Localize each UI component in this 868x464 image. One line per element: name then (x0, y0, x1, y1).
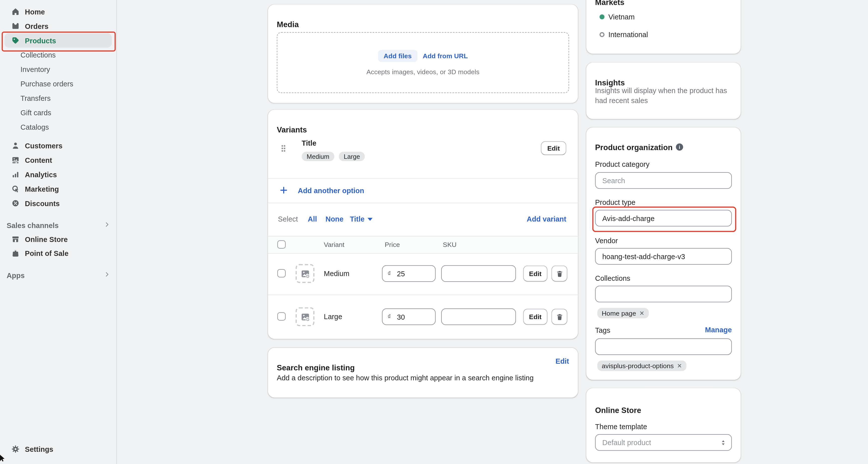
edit-variant-button[interactable]: Edit (523, 309, 548, 325)
add-variant-link[interactable]: Add variant (527, 215, 566, 223)
option-name: Title (302, 139, 316, 147)
option-value-chip: Large (339, 152, 365, 161)
drag-handle-icon[interactable] (281, 144, 286, 155)
sidebar-item-inventory[interactable]: Inventory (4, 62, 112, 76)
inactive-market-ring-icon (599, 32, 604, 37)
remove-chip-icon[interactable] (639, 311, 644, 316)
variant-table-header: Variant Price SKU (268, 236, 578, 254)
sidebar-item-customers[interactable]: Customers (4, 138, 112, 153)
mouse-cursor (0, 454, 5, 464)
sidebar-item-analytics[interactable]: Analytics (4, 167, 112, 182)
price-field: ₫ (382, 308, 436, 325)
manage-tags-link[interactable]: Manage (705, 326, 732, 334)
insights-body: Insights will display when the product h… (595, 86, 733, 106)
edit-option-button[interactable]: Edit (541, 141, 566, 155)
trash-icon (555, 270, 563, 277)
sidebar-item-orders[interactable]: Orders (4, 19, 112, 33)
info-icon[interactable]: i (676, 144, 683, 151)
product-category-input[interactable] (595, 172, 732, 189)
product-type-input[interactable] (595, 210, 732, 226)
add-image-placeholder[interactable] (296, 307, 315, 326)
product-type-label: Product type (595, 198, 635, 207)
active-market-dot-icon (599, 14, 604, 20)
product-detail-page: Home Orders Products Collections Invento… (0, 0, 868, 464)
analytics-icon (11, 170, 20, 179)
row-checkbox[interactable] (277, 269, 285, 277)
select-row: Select All None Title Add variant (268, 215, 578, 225)
seo-edit-link[interactable]: Edit (555, 357, 569, 365)
option-values: Medium Large (302, 152, 365, 161)
sidebar-item-marketing[interactable]: Marketing (4, 182, 112, 196)
edit-variant-button[interactable]: Edit (523, 266, 548, 282)
customers-icon (11, 141, 20, 150)
marketing-icon (11, 184, 20, 193)
trash-icon (555, 313, 563, 320)
collection-chip: Home page (597, 308, 649, 318)
media-dropzone[interactable]: Add files Add from URL Accepts images, v… (277, 32, 569, 93)
markets-card: Markets Vietnam International (586, 0, 741, 54)
select-all-link[interactable]: All (308, 215, 317, 223)
discounts-icon (11, 199, 20, 208)
sidebar: Home Orders Products Collections Invento… (0, 0, 117, 464)
add-files-button[interactable]: Add files (378, 50, 417, 62)
sidebar-item-home[interactable]: Home (4, 4, 112, 19)
sidebar-item-transfers[interactable]: Transfers (4, 91, 112, 105)
sidebar-item-discounts[interactable]: Discounts (4, 196, 112, 210)
sidebar-item-point-of-sale[interactable]: Point of Sale (4, 246, 112, 260)
sales-channels-header[interactable]: Sales channels (7, 218, 111, 233)
variants-title: Variants (277, 124, 307, 135)
sidebar-item-label: Orders (25, 22, 49, 30)
column-header-price: Price (385, 241, 400, 249)
product-organization-card: Product organization i Product category … (586, 127, 741, 380)
sidebar-item-online-store[interactable]: Online Store (4, 232, 112, 246)
column-header-sku: SKU (443, 241, 457, 249)
orders-icon (11, 22, 20, 31)
seo-body: Add a description to see how this produc… (277, 373, 569, 383)
divider (268, 178, 578, 179)
chevron-right-icon (103, 221, 111, 230)
sidebar-item-gift-cards[interactable]: Gift cards (4, 105, 112, 120)
sku-input[interactable] (441, 308, 516, 325)
sidebar-item-label: Products (25, 36, 56, 44)
tags-input[interactable] (595, 338, 732, 355)
sku-input[interactable] (441, 265, 516, 282)
sidebar-item-settings[interactable]: Settings (4, 442, 112, 456)
option-value-chip: Medium (302, 152, 334, 161)
vendor-label: Vendor (595, 237, 618, 245)
search-engine-listing-card: Search engine listing Edit Add a descrip… (268, 348, 578, 398)
image-add-icon (300, 311, 310, 322)
collections-input[interactable] (595, 286, 732, 303)
sidebar-item-products[interactable]: Products (4, 33, 112, 48)
row-checkbox[interactable] (277, 312, 285, 320)
select-updown-icon (721, 439, 726, 446)
insights-card: Insights Insights will display when the … (586, 62, 741, 119)
variant-name: Large (324, 313, 342, 321)
online-store-title: Online Store (595, 404, 641, 415)
market-item: International (599, 30, 648, 39)
variants-card: Variants Title Medium Large Edit Add ano… (268, 110, 578, 339)
chevron-right-icon (103, 271, 111, 280)
currency-symbol: ₫ (388, 270, 391, 277)
add-another-option-link[interactable]: Add another option (298, 187, 364, 195)
market-item: Vietnam (599, 13, 634, 21)
sidebar-item-content[interactable]: Content (4, 153, 112, 167)
product-category-label: Product category (595, 160, 650, 169)
storefront-icon (11, 235, 20, 244)
add-image-placeholder[interactable] (296, 264, 315, 283)
delete-variant-button[interactable] (552, 309, 568, 325)
sidebar-item-collections[interactable]: Collections (4, 48, 112, 62)
add-from-url-link[interactable]: Add from URL (423, 52, 468, 60)
theme-template-select[interactable]: Default product (595, 434, 732, 451)
select-none-link[interactable]: None (326, 215, 343, 223)
remove-chip-icon[interactable] (677, 363, 682, 368)
select-title-dropdown[interactable]: Title (350, 215, 372, 223)
online-store-card: Online Store Theme template Default prod… (586, 388, 741, 462)
sidebar-item-catalogs[interactable]: Catalogs (4, 120, 112, 134)
vendor-input[interactable] (595, 248, 732, 265)
tag-icon (11, 36, 20, 45)
select-all-checkbox[interactable] (277, 240, 285, 248)
sidebar-item-purchase-orders[interactable]: Purchase orders (4, 76, 112, 91)
apps-header[interactable]: Apps (7, 268, 111, 282)
delete-variant-button[interactable] (552, 266, 568, 282)
variant-name: Medium (324, 269, 349, 278)
